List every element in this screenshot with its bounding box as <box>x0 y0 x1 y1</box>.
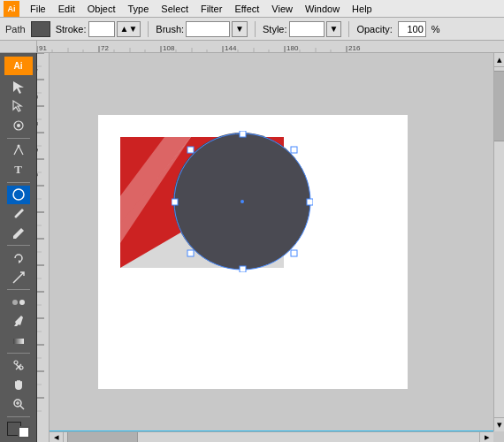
svg-text:1: 1 <box>37 148 40 152</box>
main-area: Ai T <box>0 53 504 442</box>
brush-control: Brush: ▼ <box>156 21 248 37</box>
menu-help[interactable]: Help <box>347 2 378 16</box>
stroke-value-input[interactable] <box>88 21 115 37</box>
opacity-input[interactable] <box>398 21 426 37</box>
svg-text:4: 4 <box>37 68 40 72</box>
svg-text:216: 216 <box>348 44 361 52</box>
menu-file[interactable]: File <box>25 2 51 16</box>
canvas-area[interactable]: ◂ ▸ ▴ ▾ <box>50 53 504 442</box>
svg-point-28 <box>17 124 20 127</box>
toolbar-sep3 <box>7 245 30 246</box>
menu-view[interactable]: View <box>266 2 298 16</box>
stroke-dropdown-btn[interactable]: ▲▼ <box>117 21 141 37</box>
svg-point-32 <box>12 300 18 305</box>
toolbar-sep5 <box>7 353 30 354</box>
menu-edit[interactable]: Edit <box>53 2 80 16</box>
opacity-label: Opacity: <box>356 24 392 34</box>
scrollbar-h-thumb[interactable] <box>67 432 138 442</box>
sep2 <box>255 21 256 37</box>
svg-point-33 <box>19 300 25 305</box>
scrollbar-h-right-btn[interactable]: ▸ <box>479 432 493 442</box>
brush-label: Brush: <box>156 24 184 34</box>
svg-text:144: 144 <box>225 44 237 52</box>
scrollbar-corner <box>493 431 504 442</box>
paintbrush-tool[interactable] <box>7 205 30 224</box>
opacity-unit: % <box>431 24 440 34</box>
eyedropper-tool[interactable] <box>7 312 30 331</box>
path-label: Path <box>5 24 26 34</box>
toolbar-sep1 <box>7 138 30 139</box>
ruler-horizontal: 91 72 108 144 180 216 <box>37 41 504 53</box>
ruler-corner <box>0 41 37 53</box>
scissors-tool[interactable] <box>7 356 30 375</box>
style-value-input[interactable] <box>289 21 325 37</box>
svg-text:0: 0 <box>37 172 40 177</box>
magic-wand-tool[interactable] <box>7 117 30 135</box>
menu-effect[interactable]: Effect <box>229 2 264 16</box>
svg-rect-86 <box>291 147 297 153</box>
svg-point-31 <box>14 216 17 218</box>
stroke-label: Stroke: <box>56 24 87 34</box>
artwork-container <box>120 137 306 274</box>
direct-selection-tool[interactable] <box>7 97 30 116</box>
svg-text:2: 2 <box>37 121 40 126</box>
type-tool[interactable]: T <box>7 161 30 179</box>
scrollbar-v-thumb[interactable] <box>494 71 504 141</box>
hand-tool[interactable] <box>7 376 30 394</box>
zoom-tool[interactable] <box>7 395 30 414</box>
svg-point-35 <box>14 361 18 364</box>
ruler-row: 91 72 108 144 180 216 <box>0 41 504 53</box>
color-swatches[interactable] <box>7 422 30 438</box>
toolbar-sep6 <box>7 416 30 417</box>
sep1 <box>148 21 149 37</box>
svg-text:108: 108 <box>163 44 175 52</box>
scrollbar-h-left-btn[interactable]: ◂ <box>50 432 64 442</box>
scrollbar-v-up-btn[interactable]: ▴ <box>494 53 504 67</box>
toolbar-sep4 <box>7 289 30 290</box>
menu-window[interactable]: Window <box>300 2 345 16</box>
svg-rect-34 <box>13 339 24 344</box>
canvas-container: 4 3 2 1 0 <box>37 53 504 442</box>
ai-tool-badge: Ai <box>4 57 33 75</box>
brush-value-input[interactable] <box>186 21 230 37</box>
menu-type[interactable]: Type <box>123 2 155 16</box>
style-dropdown-btn[interactable]: ▼ <box>326 21 342 37</box>
menu-filter[interactable]: Filter <box>195 2 227 16</box>
selection-tool[interactable] <box>7 78 30 96</box>
scrollbar-vertical[interactable]: ▴ ▾ <box>493 53 504 431</box>
ellipse-tool[interactable] <box>7 186 30 204</box>
fill-color-swatch[interactable] <box>31 21 50 37</box>
svg-point-29 <box>17 145 19 148</box>
scrollbar-v-down-btn[interactable]: ▾ <box>494 417 504 431</box>
style-control: Style: ▼ <box>263 21 341 37</box>
pencil-tool[interactable] <box>7 225 30 243</box>
svg-text:3: 3 <box>37 95 40 99</box>
blend-tool[interactable] <box>7 293 30 311</box>
circle-object <box>173 133 310 270</box>
svg-point-30 <box>13 189 24 200</box>
rotate-tool[interactable] <box>7 248 30 267</box>
svg-text:180: 180 <box>286 44 299 52</box>
ruler-vertical: 4 3 2 1 0 <box>37 53 50 442</box>
brush-dropdown-btn[interactable]: ▼ <box>232 21 248 37</box>
app-logo: Ai <box>4 1 19 17</box>
menu-select[interactable]: Select <box>156 2 194 16</box>
stroke-swatch[interactable] <box>18 426 30 438</box>
svg-rect-88 <box>291 250 297 256</box>
menu-bar: Ai File Edit Object Type Select Filter E… <box>0 0 504 18</box>
svg-text:91: 91 <box>39 44 47 52</box>
toolbar-sep2 <box>7 182 30 183</box>
pen-tool[interactable] <box>7 141 30 160</box>
svg-text:72: 72 <box>101 44 109 52</box>
menu-object[interactable]: Object <box>82 2 121 16</box>
sep3 <box>348 21 349 37</box>
style-label: Style: <box>263 24 287 34</box>
toolbar: Ai T <box>0 53 37 442</box>
gradient-tool[interactable] <box>7 332 30 350</box>
scale-tool[interactable] <box>7 268 30 286</box>
options-bar: Path Stroke: ▲▼ Brush: ▼ Style: ▼ Opacit… <box>0 18 504 41</box>
svg-line-40 <box>20 406 24 409</box>
scrollbar-horizontal[interactable]: ◂ ▸ <box>50 431 493 442</box>
stroke-control: Stroke: ▲▼ <box>56 21 141 37</box>
